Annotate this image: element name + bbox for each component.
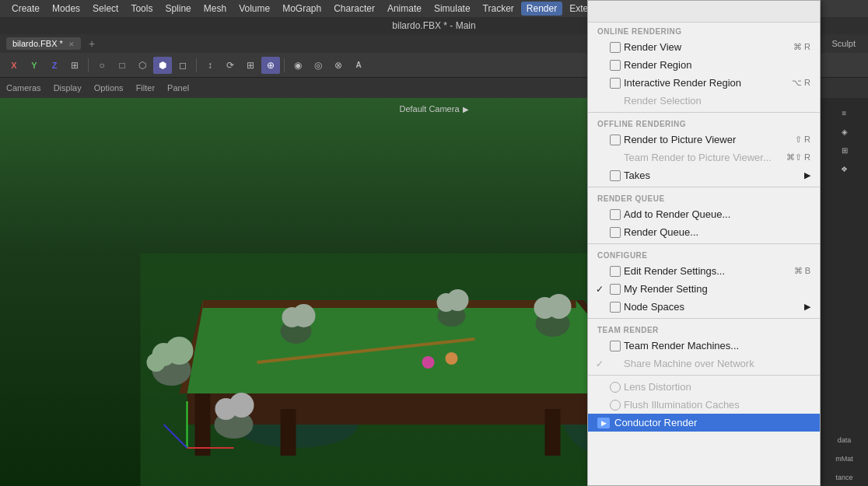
svg-rect-5 [195, 393, 211, 456]
menu-item-interactive-render-region[interactable]: Interactive Render Region ⌥ R [588, 74, 820, 92]
toolbar-box[interactable]: □ [113, 57, 131, 74]
menu-item-edit-render-settings[interactable]: Edit Render Settings... ⌘ B [588, 262, 820, 280]
shortcut-trpv: ⌘⇧ R [786, 152, 810, 163]
toolbar-move[interactable]: ↕ [201, 57, 219, 74]
checkmark-mrs: ✓ [596, 284, 604, 295]
shortcut-render-view: ⌘ R [793, 42, 810, 52]
menu-render[interactable]: Render [521, 2, 562, 16]
tab-sculpt[interactable]: Sculpt [825, 37, 862, 50]
svg-point-31 [292, 304, 316, 327]
sub-cameras[interactable]: Cameras [6, 83, 41, 93]
toolbar-z[interactable]: Z [45, 57, 64, 74]
menu-character[interactable]: Character [328, 2, 380, 16]
section-render-queue: RENDER QUEUE [588, 190, 820, 205]
panel-icon-material[interactable]: mMat [835, 450, 854, 467]
sub-filter[interactable]: Filter [136, 83, 155, 93]
irr-icon [610, 78, 621, 89]
toolbar-rotate[interactable]: ⟳ [221, 57, 240, 74]
section-configure: CONFIGURE [588, 246, 820, 262]
sub-panel[interactable]: Panel [167, 83, 189, 93]
menu-item-node-spaces[interactable]: Node Spaces ▶ [588, 298, 820, 316]
toolbar-view2[interactable]: ◎ [309, 57, 327, 74]
toolbar-x[interactable]: X [5, 57, 23, 74]
panel-icon-1[interactable]: ≡ [835, 104, 854, 121]
menu-item-render-to-pv[interactable]: Render to Picture Viewer ⇧ R [588, 131, 820, 149]
menu-spline[interactable]: Spline [159, 2, 196, 16]
menu-search-bar[interactable] [588, 1, 820, 23]
menu-modes[interactable]: Modes [47, 2, 86, 16]
render-dropdown-menu: ONLINE RENDERING Render View ⌘ R Render … [587, 0, 821, 486]
tab-file[interactable]: bilardo.FBX * ✕ [6, 37, 81, 50]
svg-rect-6 [281, 409, 296, 456]
svg-point-37 [547, 294, 572, 319]
section-team-render: TEAM RENDER [588, 321, 820, 337]
sep-1 [588, 112, 820, 113]
toolbar-y[interactable]: Y [25, 57, 44, 74]
toolbar-lock[interactable]: ⊗ [329, 57, 348, 74]
window-title: bilardo.FBX * - Main [392, 20, 475, 31]
menu-item-takes[interactable]: Takes ▶ [588, 166, 820, 184]
sub-options[interactable]: Options [94, 83, 124, 93]
menu-item-share-machine: ✓ Share Machine over Network [588, 355, 820, 372]
toolbar-snap[interactable]: ⊕ [261, 57, 280, 74]
ers-icon [610, 266, 621, 277]
panel-icon-data[interactable]: data [835, 432, 854, 449]
menu-mesh[interactable]: Mesh [198, 2, 232, 16]
panel-icon-4[interactable]: ❖ [835, 160, 854, 177]
checkmark-sm: ✓ [596, 358, 604, 369]
toolbar-sphere[interactable]: ○ [93, 57, 111, 74]
sub-display[interactable]: Display [54, 83, 82, 93]
menu-simulate[interactable]: Simulate [429, 2, 476, 16]
toolbar-shape4[interactable]: ⬢ [153, 57, 172, 74]
render-view-icon [610, 42, 621, 53]
shortcut-ers: ⌘ B [794, 266, 810, 276]
menu-item-conductor-render[interactable]: ▶ Conductor Render [588, 414, 820, 432]
toolbar-sep-3 [284, 58, 285, 72]
menu-item-render-region[interactable]: Render Region [588, 56, 820, 74]
toolbar-shape3[interactable]: ⬡ [133, 57, 152, 74]
ns-icon [610, 302, 621, 313]
menu-item-my-render-setting[interactable]: ✓ My Render Setting [588, 280, 820, 298]
toolbar-grid[interactable]: ⊞ [241, 57, 260, 74]
toolbar-sep-1 [88, 58, 89, 72]
panel-icon-3[interactable]: ⊞ [835, 142, 854, 159]
takes-icon [610, 170, 621, 181]
sep-4 [588, 318, 820, 319]
menu-create[interactable]: Create [6, 2, 45, 16]
atrq-icon [610, 209, 621, 220]
toolbar-coord[interactable]: ⊞ [65, 57, 84, 74]
toolbar-text[interactable]: A [349, 57, 368, 74]
toolbar-sep-2 [196, 58, 197, 72]
new-tab-button[interactable]: + [84, 37, 100, 50]
toolbar-shape5[interactable]: ◻ [173, 57, 192, 74]
rs-icon [610, 96, 621, 107]
menu-item-render-queue[interactable]: Render Queue... [588, 223, 820, 241]
svg-point-18 [147, 353, 166, 372]
menu-select[interactable]: Select [87, 2, 124, 16]
menu-tools[interactable]: Tools [125, 2, 158, 16]
rpv-icon [610, 135, 621, 145]
takes-arrow-icon: ▶ [804, 170, 810, 180]
panel-icon-reflectance[interactable]: tance [835, 469, 854, 486]
camera-arrow-icon: ▶ [463, 105, 469, 114]
conductor-render-icon: ▶ [597, 418, 610, 428]
ld-icon [610, 382, 621, 393]
menu-item-team-render-machines[interactable]: Team Render Machines... [588, 337, 820, 355]
mrs-icon [610, 284, 621, 295]
toolbar-view1[interactable]: ◉ [289, 57, 307, 74]
rq-icon [610, 227, 621, 238]
menu-mograph[interactable]: MoGraph [277, 2, 327, 16]
menu-item-render-view[interactable]: Render View ⌘ R [588, 38, 820, 56]
tab-close-icon[interactable]: ✕ [68, 40, 75, 48]
menu-animate[interactable]: Animate [382, 2, 427, 16]
menu-item-add-to-render-queue[interactable]: Add to Render Queue... [588, 205, 820, 223]
section-online-rendering: ONLINE RENDERING [588, 23, 820, 38]
menu-search-input[interactable] [594, 6, 814, 17]
menu-volume[interactable]: Volume [233, 2, 275, 16]
svg-marker-4 [187, 393, 654, 425]
panel-icon-2[interactable]: ◈ [835, 123, 854, 140]
fi-icon [610, 400, 621, 411]
sep-2 [588, 187, 820, 187]
sep-3 [588, 243, 820, 244]
menu-tracker[interactable]: Tracker [478, 2, 520, 16]
